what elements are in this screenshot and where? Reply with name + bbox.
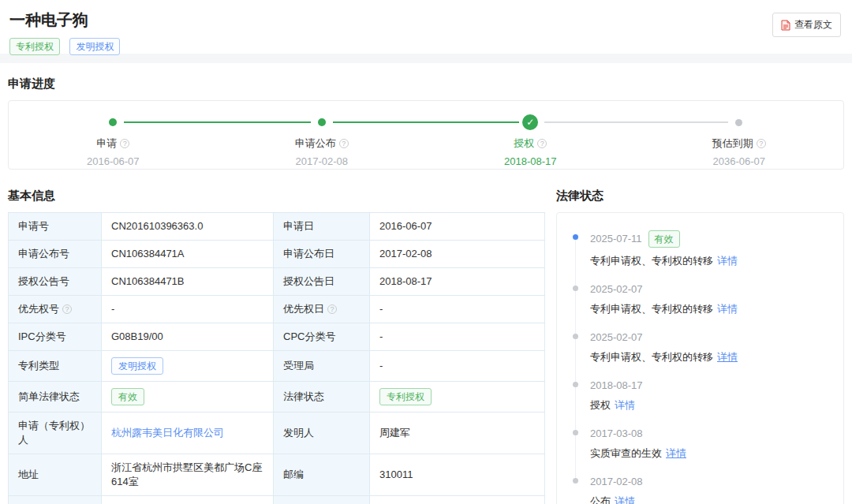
timeline-bullet — [573, 382, 578, 387]
field-label-text: IPC分类号 — [18, 330, 66, 342]
detail-link[interactable]: 详情 — [615, 495, 635, 504]
field-label: 代理机构? — [9, 496, 102, 504]
legal-event-text: 实质审查的生效 — [590, 447, 662, 459]
cell-value: 浙江省杭州市拱墅区美都广场C座614室 — [111, 461, 262, 487]
field-value: 专利授权 — [370, 382, 545, 413]
legal-date-row: 2018-08-17 — [590, 378, 829, 392]
cell-value: - — [379, 330, 383, 342]
field-value: CN106384471B — [102, 268, 274, 296]
detail-link[interactable]: 详情 — [666, 447, 686, 459]
help-icon[interactable]: ? — [120, 139, 129, 148]
field-value: 杭州露韦美日化有限公司 — [102, 413, 274, 454]
legal-text-row: 专利申请权、专利权的转移详情 — [590, 302, 829, 316]
detail-link[interactable]: 详情 — [615, 399, 635, 411]
help-icon[interactable]: ? — [62, 304, 72, 314]
detail-link[interactable]: 详情 — [717, 303, 738, 315]
view-original-button[interactable]: 查看原文 — [772, 13, 841, 37]
field-value: 2017-02-08 — [370, 241, 545, 268]
cell-link[interactable]: 杭州露韦美日化有限公司 — [111, 427, 224, 439]
help-icon[interactable]: ? — [537, 139, 547, 148]
help-icon[interactable]: ? — [339, 139, 349, 148]
field-label-text: 申请号 — [18, 220, 49, 232]
field-value: 有效 — [102, 382, 274, 413]
field-label: IPC分类号 — [9, 323, 102, 351]
field-value: - — [102, 296, 274, 323]
field-label-text: 申请（专利权）人 — [18, 420, 90, 446]
legal-event-text: 专利申请权、专利权的转移 — [590, 351, 713, 363]
legal-text-row: 授权详情 — [590, 398, 829, 413]
legal-event-text: 专利申请权、专利权的转移 — [590, 303, 713, 315]
timeline-bullet — [573, 478, 578, 483]
cell-value: 310011 — [379, 469, 413, 480]
field-label: 授权公告号 — [9, 268, 102, 296]
field-label-text: 邮编 — [283, 469, 304, 480]
table-row: 专利类型发明授权受理局- — [9, 351, 545, 382]
timeline-bullet — [573, 286, 578, 291]
status-tag: 有效 — [111, 388, 144, 405]
legal-text-row: 专利申请权、专利权的转移详情 — [590, 350, 829, 364]
cell-value: - — [379, 360, 383, 371]
field-label-text: 申请公布日 — [283, 248, 334, 259]
timeline-bullet — [573, 334, 578, 339]
field-label: 优先权号? — [9, 296, 102, 323]
patent-type-tag: 发明授权 — [111, 357, 163, 375]
field-label: CPC分类号 — [274, 323, 370, 351]
basic-info-section: 基本信息 申请号CN201610396363.0申请日2016-06-07申请公… — [8, 189, 544, 504]
step-label: 申请公布 — [295, 137, 336, 149]
field-label-text: CPC分类号 — [283, 330, 335, 342]
step-label: 预估到期 — [712, 137, 753, 149]
status-tag: 专利授权 — [379, 388, 432, 405]
field-value: 杭州杭诚专利事务所有限公司 — [102, 496, 274, 504]
timeline-dot-gray — [735, 119, 742, 126]
field-value: CN201610396363.0 — [102, 213, 274, 241]
step-date: 2017-02-08 — [218, 155, 427, 167]
cell-value: G08B19/00 — [111, 330, 163, 342]
legal-date: 2017-03-08 — [590, 427, 643, 439]
detail-link[interactable]: 详情 — [717, 255, 738, 267]
progress-heading: 申请进度 — [8, 77, 844, 91]
field-label: 法律状态 — [274, 382, 370, 413]
step-label: 申请 — [96, 137, 117, 149]
table-row: 代理机构?杭州杭诚专利事务所有限公司代理人?尉伟敏;卢金元 — [9, 496, 545, 504]
timeline-dot — [318, 118, 326, 126]
field-label: 申请日 — [274, 213, 370, 241]
field-label-text: 优先权日 — [283, 303, 324, 315]
legal-status-item: 2018-08-17授权详情 — [573, 378, 829, 413]
field-label-text: 法律状态 — [283, 390, 324, 402]
table-row: 简单法律状态有效法律状态专利授权 — [9, 382, 545, 413]
field-label: 申请公布日 — [274, 241, 370, 268]
field-label: 邮编 — [274, 454, 370, 496]
step-date: 2018-08-17 — [426, 155, 635, 167]
field-value: 310011 — [370, 454, 545, 496]
step-label: 授权 — [514, 137, 534, 149]
field-label-text: 地址 — [18, 469, 39, 480]
cell-value: CN201610396363.0 — [111, 220, 203, 232]
progress-step-application: 申请? 2016-06-07 — [9, 114, 218, 167]
field-value: - — [370, 351, 545, 382]
field-label-text: 优先权号 — [18, 303, 59, 315]
status-tag: 专利授权 — [9, 38, 60, 55]
field-label-text: 申请日 — [283, 220, 314, 232]
detail-link[interactable]: 详情 — [717, 351, 738, 363]
cell-value: 2016-06-07 — [379, 220, 432, 232]
field-value: 2018-08-17 — [370, 268, 545, 296]
table-row: 申请（专利权）人杭州露韦美日化有限公司发明人周建军 — [9, 413, 545, 454]
cell-value: - — [111, 303, 114, 315]
help-icon[interactable]: ? — [757, 139, 766, 148]
field-label: 申请公布号 — [9, 241, 102, 268]
field-label-text: 简单法律状态 — [18, 390, 80, 402]
help-icon[interactable]: ? — [327, 304, 337, 314]
progress-step-expiry: 预估到期? 2036-06-07 — [635, 114, 844, 167]
field-label: 申请（专利权）人 — [9, 413, 102, 454]
cell-value: 周建军 — [379, 427, 410, 439]
table-row: 申请公布号CN106384471A申请公布日2017-02-08 — [9, 241, 545, 268]
legal-text-row: 实质审查的生效详情 — [590, 446, 829, 461]
field-value: 周建军 — [370, 413, 545, 454]
legal-status-item: 2017-03-08实质审查的生效详情 — [573, 426, 829, 461]
view-original-label: 查看原文 — [794, 18, 832, 32]
legal-event-text: 授权 — [590, 399, 611, 411]
progress-timeline: 申请? 2016-06-07 申请公布? 2017-02-08 ✓ 授权? 20… — [8, 100, 844, 170]
field-label-text: 授权公告号 — [18, 275, 69, 287]
cell-value: CN106384471B — [111, 275, 185, 287]
field-label: 授权公告日 — [274, 268, 370, 296]
